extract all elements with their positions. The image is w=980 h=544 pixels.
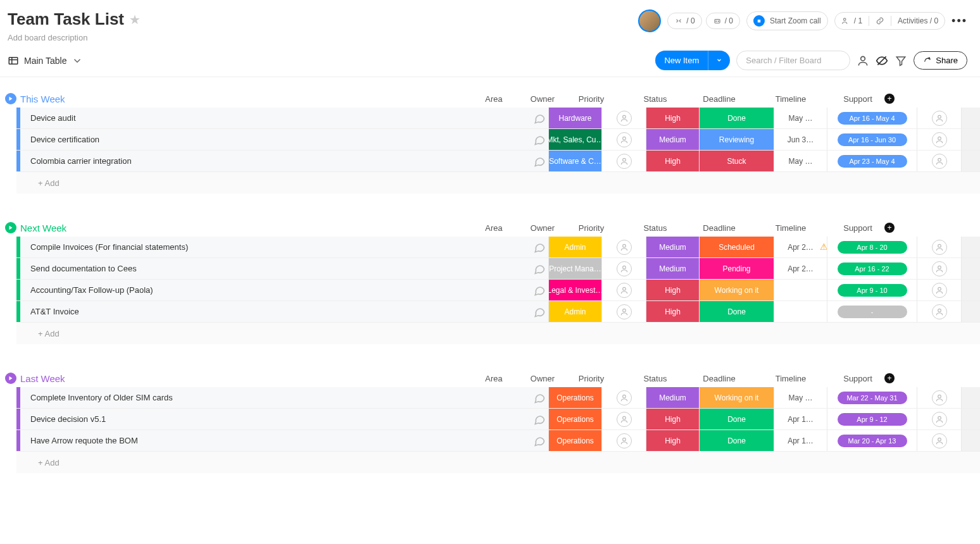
- priority-cell[interactable]: High: [646, 430, 699, 451]
- status-cell[interactable]: Reviewing: [699, 129, 774, 150]
- table-row[interactable]: Compile Invoices (For financial statemen…: [16, 237, 980, 258]
- area-cell[interactable]: Operations: [548, 387, 601, 408]
- group-collapse-toggle[interactable]: [5, 222, 16, 233]
- chat-icon[interactable]: [531, 237, 548, 257]
- owner-cell[interactable]: [601, 129, 646, 150]
- add-column-button[interactable]: +: [884, 373, 895, 383]
- deadline-cell[interactable]: [774, 301, 827, 322]
- person-filter-icon[interactable]: [857, 54, 869, 67]
- area-cell[interactable]: Operations: [548, 430, 601, 451]
- column-header-timeline[interactable]: Timeline: [746, 90, 836, 108]
- column-header-deadline[interactable]: Deadline: [693, 370, 746, 387]
- task-name-cell[interactable]: Device certification: [20, 129, 531, 150]
- support-cell[interactable]: [917, 129, 961, 150]
- search-input[interactable]: [736, 51, 850, 70]
- task-name-cell[interactable]: Device audit: [20, 108, 531, 128]
- column-header-support[interactable]: Support: [836, 219, 880, 237]
- support-cell[interactable]: [917, 151, 961, 171]
- status-cell[interactable]: Done: [699, 409, 774, 430]
- owner-cell[interactable]: [601, 151, 646, 171]
- area-cell[interactable]: Operations: [548, 409, 601, 430]
- chat-icon[interactable]: [531, 387, 548, 408]
- status-cell[interactable]: Pending: [699, 258, 774, 279]
- chat-icon[interactable]: [531, 409, 548, 430]
- priority-cell[interactable]: Medium: [646, 258, 699, 279]
- column-header-area[interactable]: Area: [467, 90, 520, 108]
- column-header-area[interactable]: Area: [467, 219, 520, 237]
- table-row[interactable]: Have Arrow requote the BOM Operations Hi…: [16, 430, 980, 452]
- priority-cell[interactable]: High: [646, 409, 699, 430]
- priority-cell[interactable]: High: [646, 151, 699, 171]
- task-name-cell[interactable]: Send documentation to Cees: [20, 258, 531, 279]
- column-header-area[interactable]: Area: [467, 370, 520, 387]
- column-header-support[interactable]: Support: [836, 90, 880, 108]
- board-title[interactable]: Team Task List: [8, 9, 124, 29]
- timeline-cell[interactable]: Apr 16 - Jun 30: [827, 129, 917, 150]
- owner-cell[interactable]: [601, 301, 646, 322]
- add-item-input[interactable]: + Add: [20, 458, 60, 467]
- share-button[interactable]: Share: [914, 51, 967, 70]
- view-selector[interactable]: Main Table: [8, 55, 83, 66]
- timeline-cell[interactable]: Apr 16 - 22: [827, 258, 917, 279]
- support-cell[interactable]: [917, 108, 961, 128]
- status-cell[interactable]: Done: [699, 108, 774, 128]
- deadline-cell[interactable]: [774, 280, 827, 300]
- status-cell[interactable]: Working on it: [699, 387, 774, 408]
- area-cell[interactable]: Admin: [548, 237, 601, 257]
- timeline-cell[interactable]: Mar 20 - Apr 13: [827, 430, 917, 451]
- new-item-button[interactable]: New Item: [655, 51, 730, 70]
- status-cell[interactable]: Done: [699, 301, 774, 322]
- owner-cell[interactable]: [601, 108, 646, 128]
- priority-cell[interactable]: High: [646, 301, 699, 322]
- status-cell[interactable]: Stuck: [699, 151, 774, 171]
- integrations-pill[interactable]: / 0: [667, 13, 701, 29]
- table-row[interactable]: Device audit Hardware High Done May … Ap…: [16, 108, 980, 129]
- zoom-call-button[interactable]: ■ Start Zoom call: [746, 11, 828, 30]
- area-cell[interactable]: Project Mana…: [548, 258, 601, 279]
- owner-cell[interactable]: [601, 237, 646, 257]
- status-cell[interactable]: Done: [699, 430, 774, 451]
- task-name-cell[interactable]: Accounting/Tax Follow-up (Paola): [20, 280, 531, 300]
- priority-cell[interactable]: High: [646, 108, 699, 128]
- column-header-owner[interactable]: Owner: [520, 90, 565, 108]
- deadline-cell[interactable]: May …: [774, 108, 827, 128]
- task-name-cell[interactable]: Compile Invoices (For financial statemen…: [20, 237, 531, 257]
- group-name[interactable]: Last Week: [20, 373, 65, 384]
- area-cell[interactable]: Legal & Invest…: [548, 280, 601, 300]
- chat-icon[interactable]: [531, 430, 548, 451]
- chat-icon[interactable]: [531, 129, 548, 150]
- deadline-cell[interactable]: Jun 3…: [774, 129, 827, 150]
- chat-icon[interactable]: [531, 301, 548, 322]
- new-item-dropdown[interactable]: [708, 51, 730, 70]
- support-cell[interactable]: [917, 301, 961, 322]
- owner-cell[interactable]: [601, 280, 646, 300]
- add-column-button[interactable]: +: [884, 94, 895, 104]
- chat-icon[interactable]: [531, 108, 548, 128]
- add-item-input[interactable]: + Add: [20, 178, 60, 188]
- table-row[interactable]: Accounting/Tax Follow-up (Paola) Legal &…: [16, 280, 980, 301]
- timeline-cell[interactable]: Apr 9 - 12: [827, 409, 917, 430]
- support-cell[interactable]: [917, 237, 961, 257]
- chat-icon[interactable]: [531, 151, 548, 171]
- deadline-cell[interactable]: Apr 2…: [774, 258, 827, 279]
- priority-cell[interactable]: Medium: [646, 237, 699, 257]
- chat-icon[interactable]: [531, 258, 548, 279]
- timeline-cell[interactable]: Mar 22 - May 31: [827, 387, 917, 408]
- timeline-cell[interactable]: Apr 16 - May 4: [827, 108, 917, 128]
- priority-cell[interactable]: Medium: [646, 129, 699, 150]
- table-row[interactable]: Device certification Mkt, Sales, Cu… Med…: [16, 129, 980, 151]
- status-cell[interactable]: Working on it: [699, 280, 774, 300]
- column-header-status[interactable]: Status: [618, 219, 693, 237]
- timeline-cell[interactable]: -: [827, 301, 917, 322]
- owner-cell[interactable]: [601, 409, 646, 430]
- priority-cell[interactable]: Medium: [646, 387, 699, 408]
- column-header-timeline[interactable]: Timeline: [746, 370, 836, 387]
- column-header-status[interactable]: Status: [618, 90, 693, 108]
- support-cell[interactable]: [917, 280, 961, 300]
- timeline-cell[interactable]: Apr 23 - May 4: [827, 151, 917, 171]
- column-header-deadline[interactable]: Deadline: [693, 219, 746, 237]
- hide-columns-icon[interactable]: [876, 54, 888, 67]
- table-row[interactable]: Send documentation to Cees Project Mana……: [16, 258, 980, 280]
- deadline-cell[interactable]: Apr 1…: [774, 430, 827, 451]
- column-header-owner[interactable]: Owner: [520, 219, 565, 237]
